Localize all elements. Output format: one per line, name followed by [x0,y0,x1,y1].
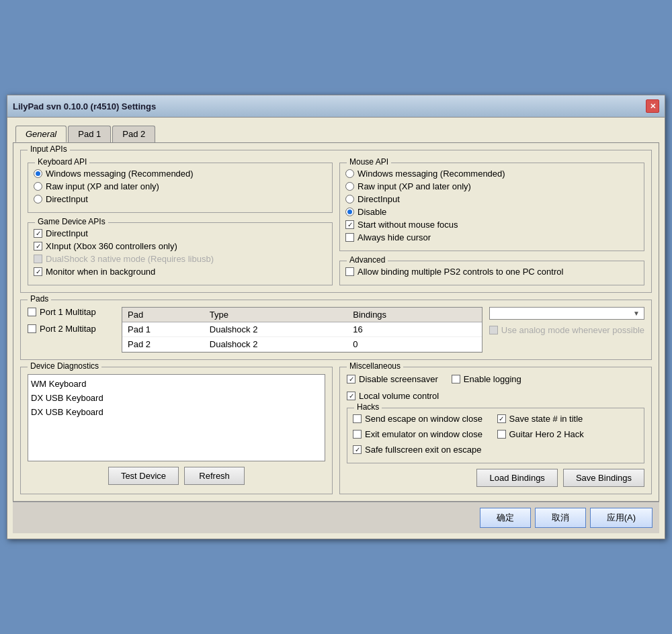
device-diagnostics-title: Device Diagnostics [28,361,101,371]
device-item-1: DX USB Keyboard [31,392,322,406]
hack-option-2[interactable]: Exit emulator on window close [353,429,495,439]
game-device-option-2[interactable]: DualShock 3 native mode (Requires libusb… [34,254,327,264]
mouse-api-option-0[interactable]: Windows messaging (Recommended) [345,169,638,179]
misc-section: Miscellaneous Disable screensaver Enable… [339,367,652,494]
table-row[interactable]: Pad 1 Dualshock 2 16 [122,322,482,337]
mouse-checkbox-1[interactable]: Always hide cursor [345,232,638,242]
tab-pad1[interactable]: Pad 1 [68,126,111,142]
input-apis-row: Keyboard API Windows messaging (Recommen… [28,157,644,285]
misc-title: Miscellaneous [347,361,403,371]
mouse-checkbox-btn-0[interactable] [345,220,354,229]
tab-pad2[interactable]: Pad 2 [112,126,155,142]
mouse-checkbox-0[interactable]: Start without mouse focus [345,220,638,230]
misc-option-0[interactable]: Disable screensaver [347,374,438,384]
hack-option-4[interactable]: Safe fullscreen exit on escape [353,445,495,455]
hack-checkbox-1[interactable] [497,414,506,423]
advanced-checkbox-0[interactable] [345,267,354,276]
mouse-checkbox-btn-1[interactable] [345,233,354,242]
hack-checkbox-0[interactable] [353,414,362,423]
misc-option-2[interactable]: Local volume control [347,391,644,401]
hack-label-0: Send escape on window close [365,414,482,424]
analog-mode-checkbox[interactable] [489,326,498,334]
keyboard-api-radio-1[interactable] [34,182,42,191]
keyboard-api-option-0[interactable]: Windows messaging (Recommended) [34,169,327,179]
input-apis-left: Keyboard API Windows messaging (Recommen… [28,157,333,285]
port1-multitap[interactable]: Port 1 Multitap [28,307,115,317]
misc-checkbox-0[interactable] [347,375,355,383]
keyboard-api-title: Keyboard API [35,157,89,167]
advanced-label-0: Allow binding multiple PS2 controls to o… [358,267,563,277]
device-diagnostics-section: Device Diagnostics WM Keyboard DX USB Ke… [20,367,333,494]
game-device-option-3[interactable]: Monitor when in background [34,267,327,277]
col-bindings: Bindings [347,308,456,322]
cancel-button[interactable]: 取消 [535,508,586,528]
load-bindings-button[interactable]: Load Bindings [476,469,557,487]
game-device-label-3: Monitor when in background [46,267,155,277]
mouse-api-option-3[interactable]: Disable [345,207,638,217]
keyboard-api-radio-2[interactable] [34,195,42,203]
misc-option-1[interactable]: Enable logging [452,374,521,384]
hacks-grid: Send escape on window close Save state #… [353,414,638,457]
hack-checkbox-3[interactable] [497,430,506,439]
hack-option-1[interactable]: Save state # in title [497,414,639,424]
pad2-type: Dualshock 2 [204,337,347,352]
mouse-api-section: Mouse API Windows messaging (Recommended… [339,163,644,251]
pads-row: Port 1 Multitap Port 2 Multitap Pad [28,307,644,353]
mouse-api-label-1: Raw input (XP and later only) [358,181,471,191]
tab-general[interactable]: General [15,126,67,142]
game-device-apis-title: Game Device APIs [35,217,108,226]
mouse-api-radio-1[interactable] [345,182,354,191]
game-device-checkbox-3[interactable] [34,267,42,276]
ok-button[interactable]: 确定 [480,508,531,528]
port2-multitap-label: Port 2 Multitap [40,324,96,334]
mouse-api-label-2: DirectInput [358,194,400,204]
mouse-api-radio-2[interactable] [345,195,354,203]
game-device-checkbox-0[interactable] [34,229,42,238]
pad-type-dropdown[interactable]: ▼ [489,307,644,320]
mouse-checkbox-label-0: Start without mouse focus [358,220,458,230]
save-bindings-button[interactable]: Save Bindings [563,469,644,487]
close-button[interactable]: ✕ [646,99,659,113]
game-device-option-0[interactable]: DirectInput [34,228,327,238]
keyboard-api-option-2[interactable]: DirectInput [34,194,327,204]
tab-content: Input APIs Keyboard API Windows messagin… [13,142,659,502]
input-apis-section: Input APIs Keyboard API Windows messagin… [20,150,652,293]
game-device-checkbox-1[interactable] [34,242,42,251]
hack-checkbox-4[interactable] [353,445,362,454]
input-apis-title: Input APIs [28,144,70,154]
analog-mode[interactable]: Use analog mode whenever possible [489,325,644,335]
keyboard-api-radio-0[interactable] [34,169,42,178]
advanced-option-0[interactable]: Allow binding multiple PS2 controls to o… [345,267,638,277]
mouse-api-option-2[interactable]: DirectInput [345,194,638,204]
port2-multitap[interactable]: Port 2 Multitap [28,324,115,334]
refresh-button[interactable]: Refresh [184,467,245,485]
game-device-label-2: DualShock 3 native mode (Requires libusb… [46,254,214,264]
port2-multitap-checkbox[interactable] [28,324,36,333]
hacks-section: Hacks Send escape on window close Save s… [347,408,644,463]
misc-checkbox-2[interactable] [347,392,355,400]
table-row[interactable]: Pad 2 Dualshock 2 0 [122,337,482,352]
keyboard-api-option-1[interactable]: Raw input (XP and later only) [34,181,327,191]
game-device-checkbox-2[interactable] [34,255,42,263]
hack-option-0[interactable]: Send escape on window close [353,414,495,424]
mouse-api-option-1[interactable]: Raw input (XP and later only) [345,181,638,191]
dropdown-arrow-icon: ▼ [633,310,640,317]
mouse-api-radio-0[interactable] [345,169,354,178]
apply-button[interactable]: 应用(A) [590,508,653,528]
misc-checkbox-1[interactable] [452,375,460,383]
mouse-api-radio-3[interactable] [345,208,354,216]
game-device-label-0: DirectInput [46,228,88,238]
test-device-button[interactable]: Test Device [108,467,179,485]
main-window: LilyPad svn 0.10.0 (r4510) Settings ✕ Ge… [7,95,665,539]
pad1-type: Dualshock 2 [204,322,347,337]
port1-multitap-checkbox[interactable] [28,308,36,316]
hack-checkbox-2[interactable] [353,430,362,439]
keyboard-api-section: Keyboard API Windows messaging (Recommen… [28,163,333,213]
hack-label-4: Safe fullscreen exit on escape [365,445,481,455]
advanced-section: Advanced Allow binding multiple PS2 cont… [339,261,644,285]
game-device-option-1[interactable]: XInput (Xbox 360 controllers only) [34,241,327,251]
hack-option-3[interactable]: Guitar Hero 2 Hack [497,429,639,439]
pad1-bindings: 16 [347,322,456,337]
col-extra [456,308,482,322]
bottom-bar: 确定 取消 应用(A) [13,502,659,533]
